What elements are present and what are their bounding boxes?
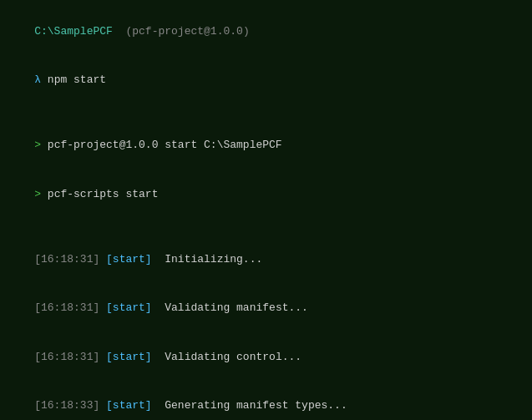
log-line-4: [16:18:33] [start] Generating manifest t… — [8, 382, 524, 421]
title-path: C:\SamplePCF — [34, 25, 113, 38]
terminal-window: C:\SamplePCF (pcf-project@1.0.0) λ npm s… — [0, 0, 532, 420]
npm-command-line: λ npm start — [8, 56, 524, 105]
lambda-prompt: λ — [34, 73, 48, 86]
run-line-1: > pcf-project@1.0.0 start C:\SamplePCF — [8, 121, 524, 170]
gt-prompt-2: > — [34, 188, 48, 200]
title-version: (pcf-project@1.0.0) — [125, 25, 249, 38]
gt-prompt-1: > — [34, 139, 48, 151]
log-line-1: [16:18:31] [start] Initializing... — [8, 235, 524, 284]
terminal-title: C:\SamplePCF (pcf-project@1.0.0) — [8, 7, 524, 56]
log-line-3: [16:18:31] [start] Validating control... — [8, 332, 524, 382]
run-line-2: > pcf-scripts start — [8, 170, 524, 219]
log-line-2: [16:18:31] [start] Validating manifest..… — [8, 284, 524, 333]
npm-command-text: npm start — [48, 73, 106, 86]
